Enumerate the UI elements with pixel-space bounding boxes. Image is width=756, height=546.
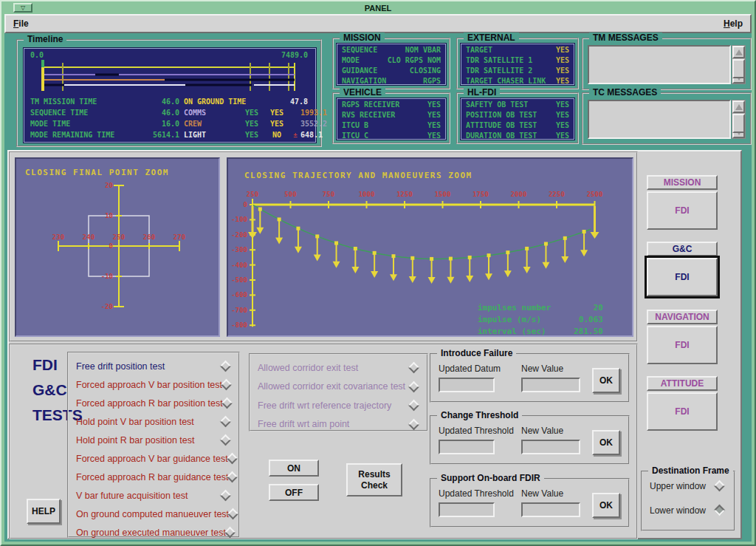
svg-text:2500: 2500 bbox=[587, 191, 603, 198]
support-fdir-group: Support On-board FDIR Updated Threshold … bbox=[430, 478, 630, 528]
test-item-label: On ground computed manueuver test bbox=[76, 509, 229, 519]
on-button[interactable]: ON bbox=[269, 460, 319, 477]
status-row-label: TDR SATELLITE 1 bbox=[466, 56, 532, 64]
status-row-value: NOM VBAR bbox=[405, 46, 441, 54]
destination-frame-label: Destination Frame bbox=[648, 465, 733, 476]
svg-text:250: 250 bbox=[113, 233, 125, 241]
test-toggle-diamond[interactable] bbox=[220, 416, 232, 428]
updated-threshold-field[interactable] bbox=[439, 502, 495, 517]
timeline-status-flag1: YES bbox=[240, 120, 264, 128]
new-value-field[interactable] bbox=[521, 502, 580, 517]
test-toggle-diamond[interactable] bbox=[408, 381, 420, 392]
timeline-row-value: 46.0 bbox=[138, 98, 179, 106]
window-menu-button[interactable]: ▽ bbox=[13, 3, 32, 13]
test-item: Forced approach V bar guidance test bbox=[76, 449, 234, 468]
new-value-field[interactable] bbox=[521, 440, 580, 454]
test-toggle-diamond[interactable] bbox=[220, 434, 232, 446]
timeline-row: MODE REMAINING TIME5614.1LIGHTYESNO±648.… bbox=[30, 129, 311, 140]
svg-text:impulses number: impulses number bbox=[478, 303, 551, 313]
svg-text:-600: -600 bbox=[231, 291, 247, 298]
status-row-label: RGPS RECEIVER bbox=[342, 100, 399, 109]
main-content: Timeline 0.0 7489.0 bbox=[4, 33, 752, 542]
introduce-failure-ok-button[interactable]: OK bbox=[592, 368, 620, 393]
destination-option: Upper window bbox=[642, 475, 734, 496]
destination-toggle-diamond[interactable] bbox=[714, 480, 726, 492]
status-row-value: YES bbox=[427, 100, 441, 109]
status-row: TARGETYES bbox=[461, 44, 574, 55]
timeline-row: MODE TIME16.0CREWYESYES3552.2 bbox=[30, 118, 311, 129]
window-menu-triangle-icon: ▽ bbox=[21, 5, 25, 11]
test-toggle-diamond[interactable] bbox=[408, 400, 420, 412]
test-item: On ground computed manueuver test bbox=[76, 505, 234, 523]
menu-help[interactable]: Help bbox=[724, 18, 743, 29]
test-item-label: Forced approach V bar position test bbox=[76, 380, 222, 390]
timeline-status-flag1: YES bbox=[240, 131, 264, 139]
test-toggle-diamond[interactable] bbox=[227, 471, 238, 483]
svg-text:CLOSING FINAL POINT ZOOM: CLOSING FINAL POINT ZOOM bbox=[25, 168, 169, 177]
vehicle-status-group: VEHICLE RGPS RECEIVERYESRVS RECEIVERYESI… bbox=[332, 92, 450, 144]
support-fdir-ok-button[interactable]: OK bbox=[592, 493, 620, 518]
status-row-value: YES bbox=[427, 121, 441, 129]
test-item-label: Free drift wrt reference trajectory bbox=[258, 400, 410, 411]
status-row: DURATION OB TESTYES bbox=[461, 130, 574, 140]
test-item-disabled: Allowed corridor exit test bbox=[258, 358, 422, 378]
scroll-up-button[interactable] bbox=[732, 100, 745, 113]
svg-text:500: 500 bbox=[284, 191, 296, 198]
svg-text:impulse (m/s): impulse (m/s) bbox=[478, 315, 541, 324]
off-button[interactable]: OFF bbox=[269, 484, 319, 501]
timeline-status-rows: TM MISSION TIME46.0ON GROUND TIME47.8SEQ… bbox=[30, 96, 311, 140]
new-value-label: New Value bbox=[521, 364, 563, 374]
scroll-track[interactable] bbox=[732, 58, 745, 71]
status-row: MODECLO RGPS NOM bbox=[337, 55, 445, 65]
test-item-disabled: Free drift wrt reference trajectory bbox=[258, 396, 422, 415]
scroll-track[interactable] bbox=[732, 113, 745, 126]
results-check-line1: Results bbox=[358, 469, 390, 480]
tm-messages-scrollbar[interactable] bbox=[732, 45, 746, 84]
arrow-up-icon bbox=[735, 50, 743, 55]
menu-file[interactable]: File bbox=[13, 18, 29, 29]
tm-messages-text[interactable] bbox=[588, 45, 731, 84]
svg-text:1750: 1750 bbox=[472, 191, 489, 198]
svg-text:750: 750 bbox=[323, 191, 334, 198]
tc-messages-scrollbar[interactable] bbox=[732, 100, 746, 139]
status-row-label: SAFETY OB TEST bbox=[466, 100, 528, 109]
tc-messages-text[interactable] bbox=[588, 100, 731, 139]
test-toggle-diamond[interactable] bbox=[408, 418, 420, 430]
arrow-up-icon bbox=[735, 104, 743, 110]
updated-datum-field[interactable] bbox=[439, 378, 495, 392]
updated-threshold-field[interactable] bbox=[439, 440, 495, 454]
trajectory-zoom-plot: CLOSING TRAJECTORY AND MANOEUVERS ZOOM25… bbox=[227, 157, 633, 337]
test-toggle-diamond[interactable] bbox=[221, 379, 233, 391]
trajectory-zoom-chart: CLOSING TRAJECTORY AND MANOEUVERS ZOOM25… bbox=[228, 159, 632, 335]
navigation-fdi-button[interactable]: FDI bbox=[647, 326, 718, 364]
svg-text:2250: 2250 bbox=[549, 191, 565, 198]
scroll-thumb[interactable] bbox=[732, 114, 745, 133]
scroll-up-button[interactable] bbox=[732, 46, 745, 58]
destination-options: Upper windowLower window bbox=[642, 475, 734, 521]
help-button[interactable]: HELP bbox=[27, 499, 61, 524]
hl-fdi-group-label: HL-FDI bbox=[464, 87, 500, 98]
status-row: RVS RECEIVERYES bbox=[337, 109, 445, 120]
scroll-thumb[interactable] bbox=[732, 59, 745, 78]
test-toggle-diamond[interactable] bbox=[220, 361, 232, 372]
timeline-status-extra: ± bbox=[290, 132, 300, 139]
test-toggle-diamond[interactable] bbox=[227, 508, 239, 520]
status-row-value: YES bbox=[427, 132, 441, 140]
mission-group-label: MISSION bbox=[340, 33, 385, 43]
new-value-field[interactable] bbox=[521, 378, 580, 392]
destination-toggle-diamond[interactable] bbox=[714, 505, 726, 516]
test-item-label: Free drift wrt aim point bbox=[258, 419, 410, 429]
test-item: V bar future acquisition test bbox=[76, 486, 234, 505]
change-threshold-group: Change Threshold Updated Threshold New V… bbox=[430, 415, 630, 465]
gc-fdi-button[interactable]: FDI bbox=[647, 258, 718, 296]
test-toggle-diamond[interactable] bbox=[408, 362, 420, 374]
mission-fdi-button[interactable]: FDI bbox=[647, 191, 718, 230]
attitude-fdi-button[interactable]: FDI bbox=[647, 392, 718, 431]
results-check-button[interactable]: Results Check bbox=[346, 463, 402, 496]
tc-messages-group: TC MESSAGES bbox=[582, 92, 752, 145]
status-row: SEQUENCENOM VBAR bbox=[337, 44, 445, 55]
change-threshold-ok-button[interactable]: OK bbox=[592, 430, 620, 455]
test-item-label: Hold point R bar position test bbox=[76, 435, 221, 446]
test-toggle-diamond[interactable] bbox=[220, 490, 232, 502]
status-row-label: MODE bbox=[342, 56, 360, 64]
